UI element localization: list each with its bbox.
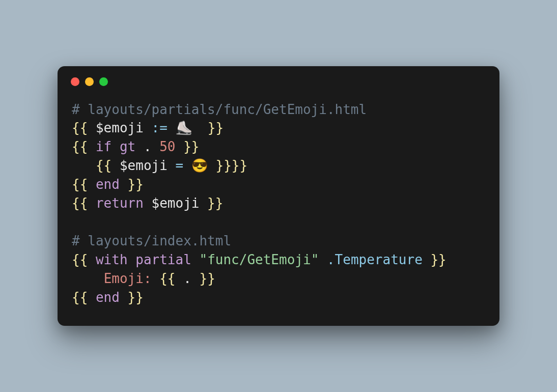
- attr-access: .Temperature: [319, 252, 423, 267]
- keyword-with: with: [96, 252, 128, 267]
- template-delim: {{: [96, 158, 120, 173]
- template-delim: {{: [72, 252, 96, 267]
- keyword-if: if: [96, 139, 112, 154]
- variable: $emoji: [144, 195, 200, 211]
- template-delim: {{: [72, 290, 96, 305]
- template-delim: {{: [152, 271, 184, 286]
- emoji-sunglasses: 😎: [191, 158, 208, 173]
- dot: .: [183, 271, 191, 286]
- assign-op: :=: [144, 120, 176, 135]
- template-delim: {{: [72, 120, 96, 135]
- func-partial: partial: [128, 252, 200, 267]
- template-delim: }}: [191, 271, 215, 286]
- minimize-icon[interactable]: [85, 77, 94, 86]
- template-delim: }}: [176, 139, 200, 154]
- template-delim: {{: [72, 195, 96, 211]
- text-label: Emoji:: [104, 271, 152, 286]
- code-comment: # layouts/partials/func/GetEmoji.html: [72, 102, 367, 117]
- code-comment: # layouts/index.html: [72, 233, 231, 248]
- variable: $emoji: [96, 120, 144, 135]
- template-delim: {{: [72, 139, 96, 154]
- code-window: # layouts/partials/func/GetEmoji.html {{…: [58, 66, 499, 326]
- maximize-icon[interactable]: [99, 77, 108, 86]
- keyword-end: end: [96, 177, 120, 192]
- emoji-skate: ⛸️: [176, 120, 192, 135]
- template-delim: }}: [199, 195, 223, 211]
- template-delim: }}: [120, 290, 144, 305]
- indent: [72, 158, 96, 173]
- dot: .: [144, 139, 152, 154]
- indent: [72, 271, 104, 286]
- func-gt: gt: [112, 139, 144, 154]
- template-delim: }}}}: [208, 158, 247, 173]
- template-delim: {{: [72, 177, 96, 192]
- keyword-end: end: [96, 290, 120, 305]
- close-icon[interactable]: [71, 77, 79, 86]
- assign-op: =: [168, 158, 191, 173]
- keyword-return: return: [96, 195, 144, 211]
- template-delim: }}: [192, 120, 224, 135]
- number-literal: 50: [152, 139, 176, 154]
- template-delim: }}: [423, 252, 447, 267]
- template-delim: }}: [120, 177, 144, 192]
- code-block: # layouts/partials/func/GetEmoji.html {{…: [58, 89, 499, 326]
- window-titlebar: [58, 66, 499, 89]
- variable: $emoji: [120, 158, 168, 173]
- string-literal: "func/GetEmoji": [199, 252, 319, 267]
